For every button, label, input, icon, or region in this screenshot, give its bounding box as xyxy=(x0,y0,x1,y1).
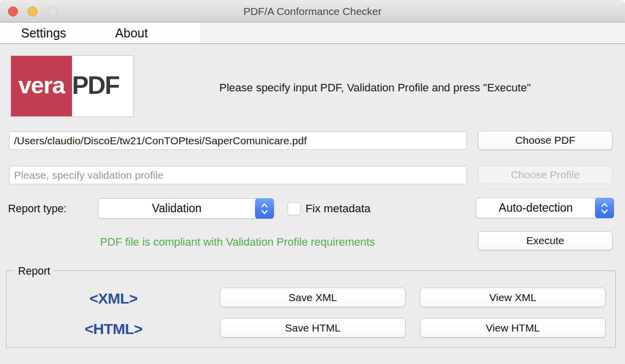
combo-stepper[interactable] xyxy=(595,198,614,218)
execute-button[interactable]: Execute xyxy=(478,231,612,250)
up-down-chevrons-icon xyxy=(600,202,608,215)
verapdf-logo: vera PDF xyxy=(10,55,134,117)
report-legend: Report xyxy=(14,265,54,278)
fix-metadata-label: Fix metadata xyxy=(306,201,370,216)
report-type-select[interactable]: Validation xyxy=(98,198,274,219)
logo-pdf-text: PDF xyxy=(72,73,119,100)
flavour-selected-value: Auto-detection xyxy=(476,198,595,218)
html-format-label: <HTML> xyxy=(64,321,164,338)
view-html-button[interactable]: View HTML xyxy=(420,318,606,338)
report-type-label: Report type: xyxy=(8,201,66,216)
choose-pdf-button[interactable]: Choose PDF xyxy=(478,131,612,150)
combo-stepper[interactable] xyxy=(255,198,274,219)
menu-bar: Settings About xyxy=(0,23,625,44)
xml-format-label: <XML> xyxy=(64,290,164,307)
view-xml-button[interactable]: View XML xyxy=(420,288,606,307)
pdf-path-input[interactable] xyxy=(9,131,467,150)
flavour-select[interactable]: Auto-detection xyxy=(476,198,614,218)
choose-profile-button: Choose Profile xyxy=(478,165,612,184)
validation-profile-input[interactable] xyxy=(9,166,467,184)
logo-white-panel: PDF xyxy=(72,56,133,116)
menu-about[interactable]: About xyxy=(115,26,148,40)
up-down-chevrons-icon xyxy=(260,202,268,215)
logo-red-panel: vera xyxy=(11,56,72,116)
save-xml-button[interactable]: Save XML xyxy=(220,288,406,307)
logo-vera-text: vera xyxy=(18,73,65,99)
menu-settings[interactable]: Settings xyxy=(21,26,66,40)
app-window: PDF/A Conformance Checker Settings About… xyxy=(0,0,625,364)
save-html-button[interactable]: Save HTML xyxy=(220,318,406,338)
report-type-selected-value: Validation xyxy=(98,199,255,218)
instruction-text: Please specify input PDF, Validation Pro… xyxy=(140,80,610,96)
compliance-status-text: PDF file is compliant with Validation Pr… xyxy=(0,235,475,249)
title-bar: PDF/A Conformance Checker xyxy=(0,0,625,22)
fix-metadata-checkbox[interactable] xyxy=(288,202,300,215)
window-title: PDF/A Conformance Checker xyxy=(0,0,625,22)
